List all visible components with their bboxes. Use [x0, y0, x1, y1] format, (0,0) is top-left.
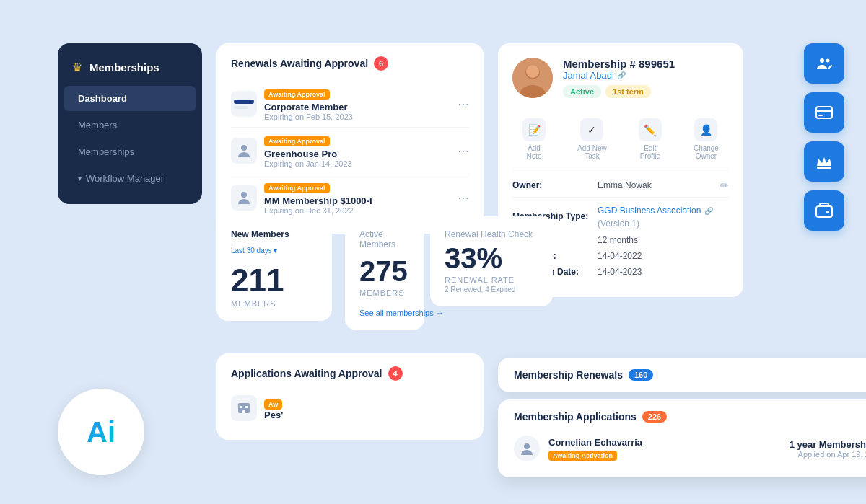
application-item: Aw Pes'	[231, 389, 469, 427]
renewal-detail: 2 Renewed, 4 Expired	[445, 286, 538, 293]
renewal-thumb-3	[231, 185, 257, 211]
new-members-card: New Members Last 30 days ▾ 211 MEMBERS	[216, 216, 332, 321]
renewals-header: Renewals Awaiting Approval 6	[231, 56, 469, 71]
applicant-person-icon	[519, 441, 535, 456]
applied-date: Applied on Apr 19, 2018	[790, 450, 866, 459]
svg-rect-4	[818, 115, 823, 116]
edit-owner-button[interactable]: ✏	[720, 180, 729, 191]
renewals-title: Renewals Awaiting Approval	[231, 58, 368, 69]
new-members-header: New Members	[231, 229, 318, 239]
renewal-name-3: MM Membership $1000-I	[264, 195, 450, 206]
renewal-date-2: Expiring on Jan 14, 2023	[264, 159, 450, 168]
dots-menu-2[interactable]: ⋯	[458, 144, 469, 158]
svg-point-1	[826, 59, 830, 63]
app-name: Pes'	[264, 410, 283, 420]
logo-text: Ai	[87, 416, 115, 448]
person-icon-3	[236, 190, 252, 205]
svg-rect-3	[816, 110, 832, 112]
renewal-thumb-1	[231, 91, 257, 117]
change-owner-button[interactable]: 👤 ChangeOwner	[694, 118, 719, 160]
awaiting-activation-badge: Awaiting Activation	[548, 451, 617, 461]
renewals-card: Renewals Awaiting Approval 6 Awaiting Ap…	[216, 43, 484, 234]
see-all-link[interactable]: See all memberships →	[359, 309, 410, 317]
card-action-button[interactable]	[804, 92, 844, 133]
right-actions	[804, 43, 844, 231]
sidebar-title: Memberships	[89, 61, 159, 74]
applications-card: Applications Awaiting Approval 4 Aw Pes'	[216, 353, 484, 440]
renewals-panel-badge: 160	[629, 369, 653, 381]
active-members-unit: MEMBERS	[359, 288, 410, 297]
new-members-unit: MEMBERS	[231, 299, 318, 308]
wallet-icon	[815, 203, 833, 218]
crown-action-button[interactable]	[804, 141, 844, 182]
applications-panel-inner: Membership Applications 226 Cornelian Ec…	[498, 399, 866, 477]
add-note-button[interactable]: 📝 AddNote	[522, 118, 546, 160]
renewals-panel-inner: Membership Renewals 160	[498, 358, 866, 392]
term-tag: 1st term	[605, 85, 651, 98]
svg-point-0	[820, 58, 824, 63]
version-value: (Version 1)	[598, 218, 639, 229]
action-icons: 📝 AddNote ✓ Add NewTask ✏️ EditProfile 👤…	[512, 110, 729, 169]
renewal-item-2: Awaiting Approval Greenhouse Pro Expirin…	[231, 128, 469, 174]
active-tag: Active	[563, 85, 601, 98]
applications-title: Applications Awaiting Approval	[231, 368, 382, 379]
svg-point-13	[526, 65, 539, 78]
active-members-count: 275	[359, 257, 410, 286]
membership-applications-panel: Membership Applications 226 Cornelian Ec…	[498, 399, 866, 477]
sidebar-item-memberships[interactable]: Memberships	[64, 139, 196, 164]
dots-menu-3[interactable]: ⋯	[458, 191, 469, 205]
renewal-info-3: Awaiting Approval MM Membership $1000-I …	[264, 180, 450, 215]
owner-icon: 👤	[694, 118, 717, 141]
renewal-item: Awaiting Approval Corporate Member Expir…	[231, 81, 469, 128]
new-members-title: New Members	[231, 229, 289, 239]
owner-row: Owner: Emma Nowak ✏	[512, 180, 729, 191]
card-icon	[815, 106, 833, 119]
applications-header: Applications Awaiting Approval 4	[231, 366, 469, 381]
member-tags: Active 1st term	[563, 85, 729, 98]
member-info: Membership # 899651 Jamal Abadi 🔗 Active…	[563, 58, 729, 98]
add-task-button[interactable]: ✓ Add NewTask	[577, 118, 607, 160]
svg-point-7	[826, 211, 829, 213]
renewals-panel-title: Membership Renewals	[514, 369, 623, 381]
membership-number: Membership # 899651	[563, 58, 729, 70]
membership-renewals-panel: Membership Renewals 160	[498, 358, 866, 392]
sidebar-item-workflow-manager[interactable]: ▾ Workflow Manager	[64, 166, 196, 191]
applications-panel-badge: 226	[642, 411, 667, 423]
sidebar: ♛ Memberships Dashboard Members Membersh…	[58, 43, 202, 204]
main-content: Renewals Awaiting Approval 6 Awaiting Ap…	[216, 43, 794, 475]
users-icon	[815, 55, 833, 72]
membership-type-item: 1 year Membership T	[790, 439, 866, 450]
edit-icon: ✏️	[639, 118, 662, 141]
wallet-action-button[interactable]	[804, 190, 844, 231]
svg-point-8	[241, 145, 247, 151]
app-status-badge: Aw	[264, 399, 282, 410]
member-header: Membership # 899651 Jamal Abadi 🔗 Active…	[512, 58, 729, 98]
renewal-item-3: Awaiting Approval MM Membership $1000-I …	[231, 174, 469, 221]
sidebar-item-dashboard[interactable]: Dashboard	[64, 86, 196, 111]
awaiting-badge-2: Awaiting Approval	[264, 136, 330, 146]
task-icon: ✓	[580, 118, 603, 141]
svg-point-9	[241, 192, 247, 198]
applications-badge: 4	[388, 366, 403, 381]
svg-rect-16	[245, 406, 248, 408]
edit-profile-button[interactable]: ✏️ EditProfile	[639, 118, 662, 160]
member-name: Jamal Abadi 🔗	[563, 70, 729, 81]
start-date-value: 14-04-2022	[598, 251, 642, 261]
renewal-name-1: Corporate Member	[264, 102, 450, 112]
owner-value: Emma Nowak	[598, 180, 652, 190]
person-icon	[236, 143, 252, 159]
sidebar-item-members[interactable]: Members	[64, 112, 196, 138]
applications-panel-title: Membership Applications	[514, 411, 637, 423]
last-30-days-filter[interactable]: Last 30 days ▾	[231, 247, 318, 255]
application-panel-item: Cornelian Echavarria Awaiting Activation…	[514, 431, 866, 466]
renewal-rate-label: RENEWAL RATE	[445, 275, 538, 284]
logo: Ai	[58, 389, 144, 475]
svg-rect-2	[816, 107, 832, 118]
svg-rect-5	[817, 167, 831, 169]
applicant-name: Cornelian Echavarria	[548, 437, 781, 448]
renewals-panel-header: Membership Renewals 160	[514, 369, 866, 381]
renewal-percent: 33%	[445, 244, 538, 273]
building-icon	[236, 400, 252, 416]
dots-menu-1[interactable]: ⋯	[458, 97, 469, 111]
users-action-button[interactable]	[804, 43, 844, 84]
